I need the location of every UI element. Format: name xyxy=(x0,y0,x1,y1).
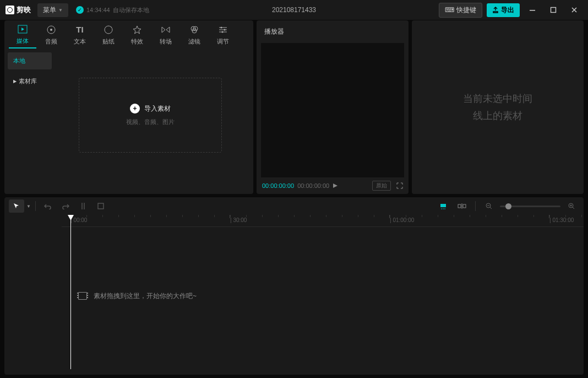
play-button[interactable] xyxy=(333,183,338,188)
undo-button[interactable] xyxy=(40,199,56,213)
zoom-in-button[interactable] xyxy=(564,199,579,213)
redo-button[interactable] xyxy=(58,199,73,213)
player-viewport[interactable] xyxy=(261,43,404,177)
svg-rect-14 xyxy=(458,204,461,208)
align-button[interactable] xyxy=(454,199,470,213)
track-hint: 素材拖拽到这里，开始你的大作吧~ xyxy=(78,291,197,301)
import-title: 导入素材 xyxy=(144,104,171,114)
split-button[interactable] xyxy=(75,199,91,213)
fullscreen-icon xyxy=(396,182,403,189)
sidebar-item-local[interactable]: 本地 xyxy=(8,52,52,69)
zoom-out-button[interactable] xyxy=(481,199,497,213)
aspect-ratio-button[interactable]: 原始 xyxy=(372,181,391,191)
redo-icon xyxy=(62,203,69,209)
svg-rect-15 xyxy=(463,204,466,208)
timeline-toolbar: ▼ xyxy=(4,197,584,215)
effects-icon xyxy=(132,24,143,35)
select-tool[interactable] xyxy=(9,199,24,213)
snap-icon xyxy=(439,202,448,210)
shortcuts-button[interactable]: ⌨ 快捷键 xyxy=(439,3,482,18)
tab-audio[interactable]: 音频 xyxy=(37,22,65,48)
tab-label: 特效 xyxy=(131,37,143,46)
separator xyxy=(475,201,476,211)
fullscreen-button[interactable] xyxy=(396,182,403,189)
player-controls: 00:00:00:00 00:00:00:00 原始 xyxy=(257,177,409,194)
zoom-thumb[interactable] xyxy=(505,203,511,209)
upper-panels: 媒体 音频 TI 文本 贴纸 特效 转场 xyxy=(0,20,588,194)
tab-label: 调节 xyxy=(217,37,229,46)
ruler-tick: | 30:00 xyxy=(230,217,247,223)
sidebar-item-library[interactable]: ▶ 素材库 xyxy=(8,73,52,90)
tab-adjust[interactable]: 调节 xyxy=(209,22,237,48)
tab-label: 文本 xyxy=(74,37,86,46)
tab-filter[interactable]: 滤镜 xyxy=(181,22,208,48)
svg-rect-0 xyxy=(530,10,535,11)
sticker-icon xyxy=(103,24,114,35)
zoom-out-icon xyxy=(485,202,493,210)
svg-point-11 xyxy=(222,31,224,33)
playhead[interactable] xyxy=(70,215,71,369)
track-area[interactable]: 素材拖拽到这里，开始你的大作吧~ xyxy=(4,227,584,365)
import-dropzone[interactable]: + 导入素材 视频、音频、图片 xyxy=(79,78,222,153)
ruler-tick: | 00:00 xyxy=(70,217,87,223)
media-panel: 媒体 音频 TI 文本 贴纸 特效 转场 xyxy=(4,20,253,194)
svg-rect-12 xyxy=(98,203,104,209)
menu-button[interactable]: 菜单 ▼ xyxy=(37,3,68,17)
maximize-button[interactable] xyxy=(545,2,562,18)
tab-media[interactable]: 媒体 xyxy=(9,21,36,48)
tab-effects[interactable]: 特效 xyxy=(123,22,151,48)
ruler-tick: | 01:00:00 xyxy=(390,217,414,223)
svg-rect-1 xyxy=(551,8,556,13)
media-sidebar: 本地 ▶ 素材库 xyxy=(4,49,55,194)
toolbar-right xyxy=(435,199,579,213)
close-icon xyxy=(571,7,578,13)
adjust-icon xyxy=(217,24,228,35)
filter-icon xyxy=(189,24,200,35)
tab-transition[interactable]: 转场 xyxy=(152,22,179,48)
logo-icon xyxy=(6,6,14,14)
media-icon xyxy=(17,24,28,35)
project-title: 202108171433 xyxy=(272,6,316,14)
maximize-icon xyxy=(550,7,557,13)
total-timecode: 00:00:00:00 xyxy=(297,182,329,189)
autosave-time: 14:34:44 xyxy=(86,7,110,13)
export-button[interactable]: 导出 xyxy=(487,3,520,17)
tab-text[interactable]: TI 文本 xyxy=(66,22,94,48)
shortcut-label: 快捷键 xyxy=(456,6,476,15)
autosave-text: 自动保存本地 xyxy=(113,6,149,14)
sidebar-item-label: 本地 xyxy=(13,57,25,65)
close-button[interactable] xyxy=(566,2,582,18)
svg-point-10 xyxy=(224,29,226,30)
import-subtitle: 视频、音频、图片 xyxy=(126,118,175,126)
tab-label: 转场 xyxy=(160,37,172,46)
chevron-down-icon: ▼ xyxy=(58,8,63,13)
timeline[interactable]: | 00:00| 30:00| 01:00:00| 01:30:00 素材拖拽到… xyxy=(4,215,584,375)
app-logo: 剪映 xyxy=(6,5,31,15)
chevron-down-icon[interactable]: ▼ xyxy=(26,204,31,209)
autosave-status: ✓ 14:34:44 自动保存本地 xyxy=(76,6,149,14)
zoom-slider[interactable] xyxy=(500,206,560,207)
tab-label: 媒体 xyxy=(17,37,29,45)
crop-icon xyxy=(97,202,105,210)
ruler-tick: | 01:30:00 xyxy=(549,217,574,223)
inspector-empty-line1: 当前未选中时间 xyxy=(463,90,532,107)
crop-button[interactable] xyxy=(93,199,108,213)
timeline-ruler[interactable]: | 00:00| 30:00| 01:00:00| 01:30:00 xyxy=(62,215,584,227)
menu-label: 菜单 xyxy=(43,6,56,15)
tab-label: 音频 xyxy=(45,37,57,46)
svg-rect-13 xyxy=(440,204,446,207)
inspector-panel: 当前未选中时间 线上的素材 xyxy=(412,20,584,194)
plus-icon: + xyxy=(130,104,140,114)
align-icon xyxy=(458,203,466,209)
cursor-icon xyxy=(13,202,20,210)
auto-snap-button[interactable] xyxy=(435,199,451,213)
player-panel: 播放器 00:00:00:00 00:00:00:00 原始 xyxy=(257,20,409,194)
tab-sticker[interactable]: 贴纸 xyxy=(95,22,122,48)
split-icon xyxy=(80,202,86,210)
current-timecode: 00:00:00:00 xyxy=(262,182,294,189)
undo-icon xyxy=(44,203,52,209)
player-foot-right: 原始 xyxy=(372,181,403,191)
minimize-button[interactable] xyxy=(524,2,541,18)
separator xyxy=(35,201,36,211)
sidebar-item-label: 素材库 xyxy=(19,77,37,85)
